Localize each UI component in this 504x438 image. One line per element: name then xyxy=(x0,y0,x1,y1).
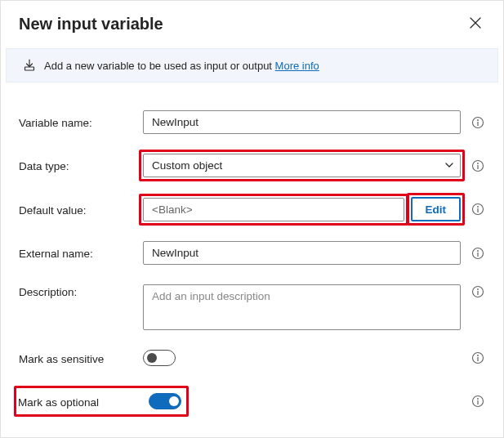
mark-sensitive-toggle[interactable] xyxy=(143,350,176,366)
row-external-name: External name: xyxy=(19,241,485,265)
svg-point-2 xyxy=(477,119,479,121)
svg-point-8 xyxy=(477,206,479,208)
label-mark-optional: Mark as optional xyxy=(18,395,132,409)
new-input-variable-dialog: New input variable Add a new variable to… xyxy=(0,0,504,438)
svg-rect-9 xyxy=(477,208,478,212)
dialog-title: New input variable xyxy=(19,15,163,34)
svg-rect-12 xyxy=(477,253,478,257)
close-button[interactable] xyxy=(464,12,487,35)
svg-point-14 xyxy=(477,288,479,290)
dialog-content: Variable name: Data type: Custom object xyxy=(1,83,503,438)
info-icon[interactable] xyxy=(471,159,485,173)
label-data-type: Data type: xyxy=(19,159,133,172)
row-data-type: Data type: Custom object xyxy=(19,154,485,177)
mark-optional-toggle[interactable] xyxy=(149,393,181,409)
external-name-input[interactable] xyxy=(143,241,461,265)
svg-point-20 xyxy=(477,398,479,400)
variable-name-input[interactable] xyxy=(143,110,461,134)
info-icon[interactable] xyxy=(471,202,485,217)
label-description: Description: xyxy=(19,284,133,298)
more-info-link[interactable]: More info xyxy=(275,60,319,72)
info-icon[interactable] xyxy=(471,284,485,299)
input-icon xyxy=(23,59,36,72)
data-type-select[interactable]: Custom object xyxy=(143,154,461,177)
data-type-value: Custom object xyxy=(152,159,222,172)
row-variable-name: Variable name: xyxy=(19,110,485,134)
svg-rect-18 xyxy=(477,357,478,361)
svg-rect-3 xyxy=(477,122,478,126)
svg-rect-21 xyxy=(477,400,478,404)
svg-point-5 xyxy=(477,163,479,164)
info-icon[interactable] xyxy=(471,246,485,261)
info-banner: Add a new variable to be used as input o… xyxy=(6,48,498,83)
info-banner-text: Add a new variable to be used as input o… xyxy=(44,60,319,72)
info-icon[interactable] xyxy=(471,115,485,130)
info-icon[interactable] xyxy=(471,394,485,409)
svg-rect-6 xyxy=(477,165,478,169)
default-value-text: <Blank> xyxy=(152,203,193,216)
svg-point-17 xyxy=(477,355,479,356)
description-input[interactable] xyxy=(143,284,461,330)
row-mark-sensitive: Mark as sensitive xyxy=(19,350,485,366)
label-mark-sensitive: Mark as sensitive xyxy=(19,351,133,365)
svg-point-11 xyxy=(477,250,479,252)
info-icon[interactable] xyxy=(471,351,485,365)
label-external-name: External name: xyxy=(19,246,133,260)
close-icon xyxy=(470,17,481,31)
svg-rect-15 xyxy=(477,291,478,295)
default-value-display[interactable]: <Blank> xyxy=(143,198,404,221)
dialog-header: New input variable xyxy=(1,1,503,43)
banner-text: Add a new variable to be used as input o… xyxy=(44,60,275,72)
row-default-value: Default value: <Blank> Edit xyxy=(19,197,485,221)
row-description: Description: xyxy=(19,284,485,330)
row-mark-optional: Mark as optional xyxy=(19,386,485,417)
svg-rect-0 xyxy=(25,67,34,70)
label-variable-name: Variable name: xyxy=(19,115,133,129)
label-default-value: Default value: xyxy=(19,203,133,217)
edit-default-value-button[interactable]: Edit xyxy=(411,197,462,221)
